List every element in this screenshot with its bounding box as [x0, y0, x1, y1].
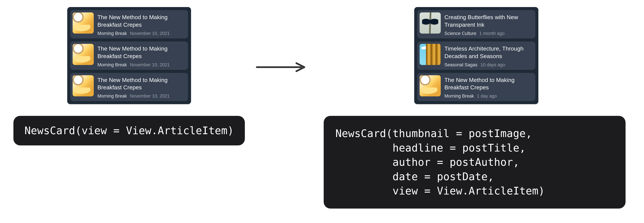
news-thumbnail	[420, 44, 441, 65]
arrow-icon	[256, 62, 306, 73]
news-author: Seasonal Sagas	[444, 62, 478, 68]
news-author: Morning Break	[444, 94, 474, 99]
news-author: Morning Break	[98, 62, 127, 68]
news-headline: Creating Butterflies with New Transparen…	[444, 14, 532, 29]
news-date: November 10, 2021	[130, 31, 170, 36]
news-thumbnail	[72, 13, 94, 34]
news-author: Morning Break	[98, 31, 127, 36]
news-headline: The New Method to Making Breakfast Crepe…	[98, 14, 185, 29]
news-card: Timeless Architecture, Through Decades a…	[417, 42, 535, 70]
news-card: The New Method to Making Breakfast Crepe…	[70, 42, 188, 70]
news-headline: The New Method to Making Breakfast Crepe…	[98, 76, 185, 91]
news-date: 1 month ago	[480, 31, 505, 36]
news-date: 1 day ago	[477, 94, 497, 99]
news-thumbnail	[420, 13, 441, 34]
news-thumbnail	[72, 44, 94, 65]
news-list-static: The New Method to Making Breakfast Crepe…	[67, 7, 191, 104]
news-thumbnail	[72, 75, 94, 96]
code-block-left: NewsCard(view = View.ArticleItem)	[14, 116, 245, 145]
news-author: Morning Break	[98, 94, 127, 99]
news-headline: The New Method to Making Breakfast Crepe…	[98, 45, 185, 60]
news-card: The New Method to Making Breakfast Crepe…	[417, 73, 535, 101]
news-author: Science Culture	[444, 31, 476, 36]
news-headline: The New Method to Making Breakfast Crepe…	[444, 76, 532, 91]
news-list-dynamic: Creating Butterflies with New Transparen…	[414, 7, 538, 104]
news-card: The New Method to Making Breakfast Crepe…	[70, 10, 188, 39]
news-card: The New Method to Making Breakfast Crepe…	[70, 73, 188, 101]
news-date: 10 days ago	[480, 62, 505, 68]
news-thumbnail	[420, 75, 441, 96]
code-block-right: NewsCard(thumbnail = postImage, headline…	[324, 116, 626, 208]
news-date: November 10, 2021	[130, 62, 170, 68]
news-date: November 10, 2021	[130, 94, 170, 99]
news-headline: Timeless Architecture, Through Decades a…	[444, 45, 532, 60]
news-card: Creating Butterflies with New Transparen…	[417, 10, 535, 39]
